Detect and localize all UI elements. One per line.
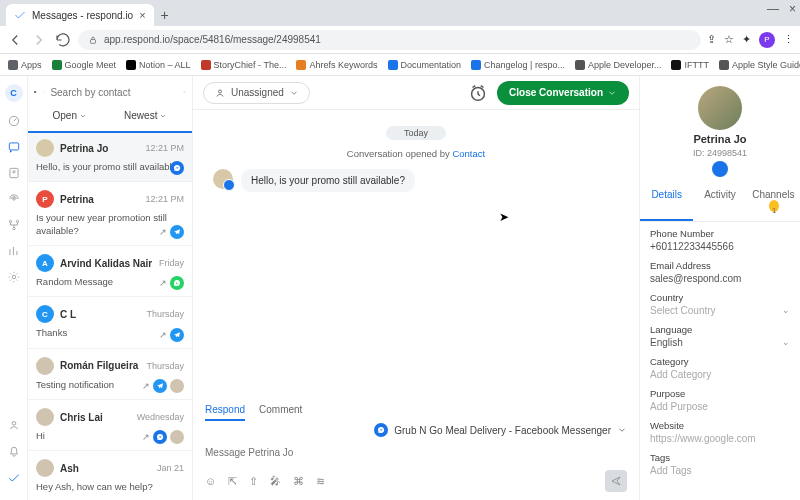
bookmark-item[interactable]: Apple Developer...: [575, 60, 662, 70]
chevron-down-icon: [617, 425, 627, 435]
upload-icon[interactable]: ⇧: [249, 475, 258, 488]
profile-avatar[interactable]: P: [759, 32, 775, 48]
star-icon[interactable]: ☆: [724, 33, 734, 46]
emoji-icon[interactable]: ☺: [205, 475, 216, 487]
status-filter[interactable]: Open: [53, 110, 87, 121]
tab-close-icon[interactable]: ×: [139, 9, 145, 21]
respond-logo-icon[interactable]: [7, 470, 21, 484]
field-category[interactable]: Category Add Category: [650, 356, 790, 380]
workflows-icon[interactable]: [7, 218, 21, 232]
conversation-item[interactable]: Román FilgueiraThursdayTesting notificat…: [28, 349, 192, 400]
conversation-item[interactable]: CC LThursdayThanks↗: [28, 297, 192, 348]
svg-point-4: [12, 171, 14, 173]
contact-avatar-icon: C: [36, 305, 54, 323]
variables-icon[interactable]: ≋: [316, 475, 325, 488]
contact-name: C L: [60, 309, 140, 320]
tab-channels[interactable]: Channels1: [747, 183, 800, 221]
conversation-item[interactable]: AArvind Kalidas NairFridayRandom Message…: [28, 246, 192, 297]
filter-button[interactable]: [183, 83, 186, 101]
conversation-item[interactable]: Petrina Jo12:21 PMHello, is your promo s…: [28, 131, 192, 182]
field-country[interactable]: Country Select Country⌄: [650, 292, 790, 316]
field-website[interactable]: Website https://www.google.com: [650, 420, 790, 444]
field-tags[interactable]: Tags Add Tags: [650, 452, 790, 476]
contact-avatar: [698, 86, 742, 130]
snooze-button[interactable]: [467, 82, 489, 104]
forward-button[interactable]: [30, 31, 48, 49]
search-input[interactable]: [50, 82, 177, 102]
attachment-icon[interactable]: ⇱: [228, 475, 237, 488]
conversation-time: Thursday: [146, 309, 184, 319]
contacts-icon[interactable]: [7, 166, 21, 180]
conversation-time: 12:21 PM: [145, 143, 184, 153]
contact-channel-icon: [712, 161, 728, 177]
user-avatar-icon[interactable]: [7, 418, 21, 432]
field-purpose[interactable]: Purpose Add Purpose: [650, 388, 790, 412]
conversation-preview: Hello, is your promo still available?: [36, 161, 184, 173]
field-language[interactable]: Language English⌄: [650, 324, 790, 348]
browser-tabstrip: Messages - respond.io × + — ×: [0, 0, 800, 26]
bookmark-item[interactable]: Documentation: [388, 60, 462, 70]
bookmark-item[interactable]: Ahrefs Keywords: [296, 60, 377, 70]
conversation-item[interactable]: Chris LaiWednesdayHi↗: [28, 400, 192, 451]
svg-point-6: [9, 220, 11, 222]
bookmark-apps[interactable]: Apps: [8, 60, 42, 70]
tab-respond[interactable]: Respond: [205, 404, 245, 421]
window-minimize-icon[interactable]: —: [767, 2, 779, 16]
workspace-switcher[interactable]: C: [5, 84, 23, 102]
tab-comment[interactable]: Comment: [259, 404, 302, 421]
field-phone[interactable]: Phone Number +60112233445566: [650, 228, 790, 252]
back-button[interactable]: [6, 31, 24, 49]
favicon-icon: [14, 9, 26, 21]
chevron-down-icon: [289, 88, 299, 98]
tg-channel-icon: [153, 379, 167, 393]
tab-details[interactable]: Details: [640, 183, 693, 221]
extensions-icon[interactable]: ✦: [742, 33, 751, 46]
settings-icon[interactable]: [7, 270, 21, 284]
bookmark-item[interactable]: StoryChief - The...: [201, 60, 287, 70]
window-close-icon[interactable]: ×: [789, 2, 796, 16]
reports-icon[interactable]: [7, 244, 21, 258]
tg-channel-icon: [170, 225, 184, 239]
svg-point-5: [12, 198, 14, 200]
address-bar[interactable]: app.respond.io/space/54816/message/24998…: [78, 30, 701, 50]
sort-filter[interactable]: Newest: [124, 110, 167, 121]
conversation-item[interactable]: PPetrina12:21 PMIs your new year promoti…: [28, 182, 192, 246]
tab-activity[interactable]: Activity: [693, 183, 746, 221]
outgoing-arrow-icon: ↗: [159, 330, 167, 340]
field-email[interactable]: Email Address sales@respond.com: [650, 260, 790, 284]
voice-icon[interactable]: 🎤︎: [270, 475, 281, 487]
kebab-menu-icon[interactable]: ⋮: [783, 33, 794, 46]
broadcast-icon[interactable]: [7, 192, 21, 206]
bookmark-item[interactable]: IFTTT: [671, 60, 709, 70]
channels-badge: 1: [769, 200, 779, 212]
conversation-time: Jan 21: [157, 463, 184, 473]
bookmark-item[interactable]: Apple Style Guide: [719, 60, 800, 70]
send-button[interactable]: [605, 470, 627, 492]
bookmark-item[interactable]: Google Meet: [52, 60, 117, 70]
system-event-link[interactable]: Contact: [452, 148, 485, 159]
snippet-icon[interactable]: ⌘: [293, 475, 304, 488]
close-conversation-button[interactable]: Close Conversation: [497, 81, 629, 105]
dashboard-icon[interactable]: [7, 114, 21, 128]
agent-avatar-icon: [170, 379, 184, 393]
messages-icon[interactable]: [7, 140, 21, 154]
reload-button[interactable]: [54, 31, 72, 49]
bookmark-item[interactable]: Notion – ALL: [126, 60, 191, 70]
conversation-item[interactable]: AshJan 21Hey Ash, how can we help?: [28, 451, 192, 500]
incoming-message: Hello, is your promo still available?: [213, 169, 619, 192]
contact-name: Petrina Jo: [60, 143, 139, 154]
search-icon: [43, 86, 45, 98]
bookmark-item[interactable]: Changelog | respo...: [471, 60, 565, 70]
assignee-dropdown[interactable]: Unassigned: [203, 82, 310, 104]
message-input[interactable]: [203, 443, 629, 462]
svg-point-9: [12, 275, 16, 279]
channel-selector[interactable]: Grub N Go Meal Delivery - Facebook Messe…: [193, 421, 639, 439]
contact-name: Chris Lai: [60, 412, 131, 423]
collapse-list-button[interactable]: [34, 83, 37, 101]
new-tab-button[interactable]: +: [154, 4, 176, 26]
browser-tab[interactable]: Messages - respond.io ×: [6, 4, 154, 26]
system-event: Conversation opened by Contact: [213, 148, 619, 159]
notifications-icon[interactable]: [7, 444, 21, 458]
contact-panel: Petrina Jo ID: 24998541 Details Activity…: [640, 76, 800, 500]
share-icon[interactable]: ⇪: [707, 33, 716, 46]
